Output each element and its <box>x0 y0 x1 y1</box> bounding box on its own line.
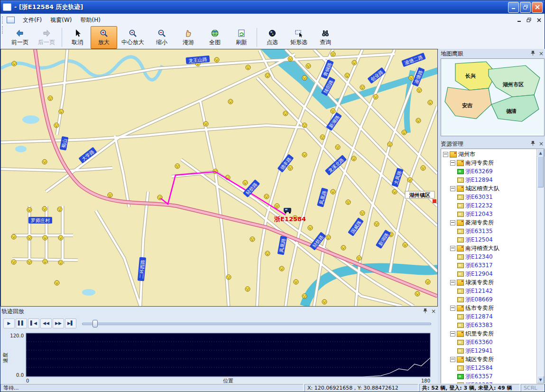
smiley-vehicle-marker[interactable] <box>322 299 327 304</box>
menu-help[interactable]: 帮助(H) <box>76 15 105 26</box>
close-icon[interactable]: × <box>538 140 545 147</box>
smiley-vehicle-marker[interactable] <box>346 200 351 205</box>
smiley-vehicle-marker[interactable] <box>42 206 47 211</box>
smiley-vehicle-marker[interactable] <box>360 85 365 90</box>
smiley-vehicle-marker[interactable] <box>331 109 335 113</box>
toolbar-button-prev-page[interactable]: 前一页 <box>7 26 33 49</box>
tree-item[interactable]: 埭溪专卖所 <box>441 278 536 287</box>
smiley-vehicle-marker[interactable] <box>54 123 59 128</box>
smiley-vehicle-marker[interactable] <box>416 118 421 123</box>
smiley-vehicle-marker[interactable] <box>308 225 313 230</box>
tree-item[interactable]: 城区稽查大队 <box>441 184 536 193</box>
smiley-vehicle-marker[interactable] <box>388 142 392 147</box>
scroll-down-button[interactable]: ▼ <box>537 376 544 383</box>
tree-item[interactable]: 浙E12232 <box>441 201 536 210</box>
close-icon[interactable]: × <box>430 308 437 315</box>
smiley-vehicle-marker[interactable] <box>320 135 325 140</box>
tree-item[interactable]: 浙E08669 <box>441 295 536 304</box>
slider-thumb[interactable] <box>92 320 98 327</box>
tree-item[interactable]: 浙E12043 <box>441 210 536 218</box>
tree-item[interactable]: 浙E12584 <box>441 364 536 372</box>
smiley-vehicle-marker[interactable] <box>392 189 397 194</box>
tree-scrollbar[interactable]: ▲ ▼ <box>536 149 544 383</box>
toolbar-button-zoom-center[interactable]: 中心放大 <box>117 26 148 49</box>
toolbar-button-next-page[interactable]: 后一页 <box>33 26 60 49</box>
tree-item[interactable]: 浙E12340 <box>441 252 536 261</box>
mdi-minimize-button[interactable] <box>515 16 523 24</box>
smiley-vehicle-marker[interactable] <box>351 156 356 161</box>
smiley-vehicle-marker[interactable] <box>59 109 64 114</box>
toolbar-button-cancel[interactable]: 取消 <box>64 26 91 49</box>
tree-item[interactable]: 织里专卖所 <box>441 329 536 338</box>
smiley-vehicle-marker[interactable] <box>425 280 430 284</box>
mdi-restore-button[interactable] <box>525 16 533 24</box>
smiley-vehicle-marker[interactable] <box>228 99 233 104</box>
smiley-vehicle-marker[interactable] <box>402 130 406 135</box>
play-button[interactable]: ▶ <box>3 318 15 328</box>
smiley-vehicle-marker[interactable] <box>302 152 307 157</box>
smiley-vehicle-marker[interactable] <box>57 207 62 212</box>
menu-window[interactable]: 视窗(W) <box>46 15 76 26</box>
step-start-button[interactable]: ▌◀ <box>28 318 39 328</box>
smiley-vehicle-marker[interactable] <box>428 100 433 105</box>
tree-item[interactable]: 浙E63269 <box>441 167 536 176</box>
smiley-vehicle-marker[interactable] <box>302 294 307 299</box>
toolbar-button-pan[interactable]: 漫游 <box>175 26 202 49</box>
tree-item[interactable]: 浙E63383 <box>441 321 536 329</box>
pin-icon[interactable] <box>422 308 428 315</box>
smiley-vehicle-marker[interactable] <box>12 61 17 66</box>
mdi-close-button[interactable] <box>535 16 543 24</box>
pin-icon[interactable] <box>529 50 536 57</box>
slider-track[interactable] <box>82 323 431 325</box>
smiley-vehicle-marker[interactable] <box>409 75 414 80</box>
tree-item[interactable]: 南浔稽查大队 <box>441 244 536 252</box>
smiley-vehicle-marker[interactable] <box>331 189 335 194</box>
expand-toggle[interactable] <box>450 160 455 166</box>
map-view[interactable]: 龙王山路青铜路凌塘二路创业路凌塘路陵阳路新湖路大学路德丰路龙溪北路轻纺路太凤路凤… <box>0 49 438 307</box>
tree-item[interactable]: 南浔专卖所 <box>441 159 536 167</box>
smiley-vehicle-marker[interactable] <box>27 235 32 240</box>
tree-item[interactable]: 浙E12874 <box>441 312 536 321</box>
smiley-vehicle-marker[interactable] <box>226 275 231 280</box>
tree-item[interactable]: 浙E12941 <box>441 346 536 355</box>
toolbar-button-refresh[interactable]: 刷新 <box>228 26 255 49</box>
smiley-vehicle-marker[interactable] <box>11 234 16 239</box>
smiley-vehicle-marker[interactable] <box>264 194 269 199</box>
step-end-button[interactable]: ▶▌ <box>65 318 76 328</box>
smiley-vehicle-marker[interactable] <box>55 280 59 285</box>
smiley-vehicle-marker[interactable] <box>421 166 425 170</box>
toolbar-button-point-select[interactable]: 点选 <box>259 26 286 49</box>
smiley-vehicle-marker[interactable] <box>203 121 208 126</box>
tree-item[interactable]: 浙E63360 <box>441 338 536 346</box>
eagle-eye-map[interactable]: 长兴 湖州市区 安吉 德清 <box>441 58 545 136</box>
scroll-up-button[interactable]: ▲ <box>537 149 544 157</box>
map-canvas[interactable]: 龙王山路青铜路凌塘二路创业路凌塘路陵阳路新湖路大学路德丰路龙溪北路轻纺路太凤路凤… <box>1 49 437 306</box>
tree-item[interactable]: 浙E12904 <box>441 270 536 278</box>
close-button[interactable] <box>532 2 543 13</box>
pause-button[interactable]: ▌▌ <box>16 318 27 328</box>
smiley-vehicle-marker[interactable] <box>246 65 250 70</box>
smiley-vehicle-marker[interactable] <box>250 237 255 242</box>
smiley-vehicle-marker[interactable] <box>245 287 250 291</box>
smiley-vehicle-marker[interactable] <box>331 52 335 56</box>
pin-icon[interactable] <box>529 140 536 147</box>
smiley-vehicle-marker[interactable] <box>415 291 420 296</box>
smiley-vehicle-marker[interactable] <box>341 245 346 250</box>
smiley-vehicle-marker[interactable] <box>302 123 307 128</box>
tree-item[interactable]: 浙E63317 <box>441 261 536 270</box>
smiley-vehicle-marker[interactable] <box>360 211 365 215</box>
smiley-vehicle-marker[interactable] <box>288 166 293 170</box>
expand-toggle[interactable] <box>450 306 455 311</box>
tree-item[interactable]: 浙E12142 <box>441 287 536 295</box>
toolbar-button-full-extent[interactable]: 全图 <box>202 26 228 49</box>
smiley-vehicle-marker[interactable] <box>407 177 412 182</box>
smiley-vehicle-marker[interactable] <box>283 111 288 116</box>
expand-toggle[interactable] <box>450 280 455 285</box>
close-icon[interactable]: × <box>538 50 545 57</box>
tree-item[interactable]: 浙E63135 <box>441 227 536 235</box>
tree-item[interactable]: 城区专卖所 <box>441 355 536 364</box>
smiley-vehicle-marker[interactable] <box>27 207 32 212</box>
expand-toggle[interactable] <box>450 331 455 336</box>
smiley-vehicle-marker[interactable] <box>373 94 378 99</box>
smiley-vehicle-marker[interactable] <box>265 73 270 78</box>
